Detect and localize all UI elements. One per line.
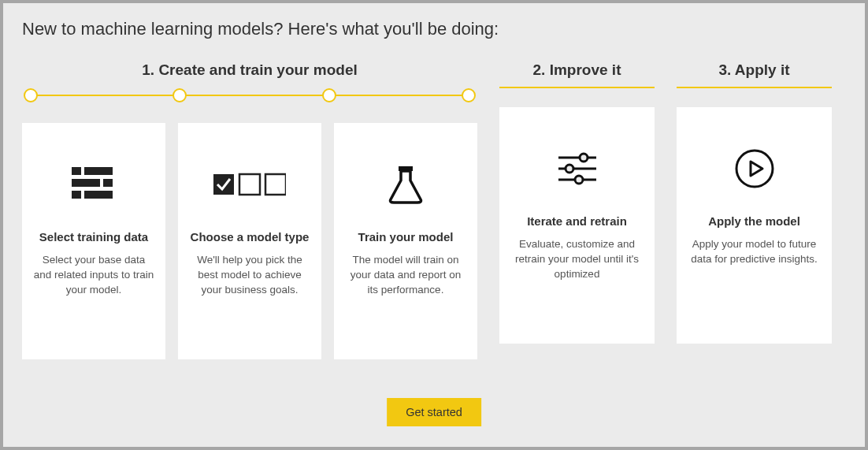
svg-rect-0 (213, 174, 234, 195)
svg-point-7 (566, 165, 573, 173)
card-1-title: Select training data (39, 230, 148, 244)
svg-point-10 (736, 151, 773, 187)
svg-point-9 (575, 176, 583, 184)
card-iterate-retrain: Iterate and retrain Evaluate, customize … (499, 107, 655, 344)
card-3-desc: The model will train on your data and re… (345, 253, 466, 298)
card-1-desc: Select your base data and related inputs… (33, 253, 154, 298)
phases-row: 1. Create and train your model (22, 61, 846, 359)
stepper-line (30, 95, 469, 96)
stepper-dot-2 (172, 88, 187, 102)
card-2-desc: We'll help you pick the best model to ac… (189, 253, 310, 298)
stepper-dot-4 (462, 88, 476, 102)
get-started-button[interactable]: Get started (387, 398, 481, 426)
data-rows-icon (72, 159, 116, 210)
card-apply-model: Apply the model Apply your model to futu… (677, 107, 832, 344)
card-5-title: Apply the model (708, 214, 800, 228)
flask-icon (388, 159, 424, 210)
ml-intro-panel: New to machine learning models? Here's w… (0, 0, 868, 450)
intro-heading: New to machine learning models? Here's w… (22, 19, 846, 39)
card-4-desc: Evaluate, customize and retrain your mod… (510, 237, 644, 282)
phase-2-underline (499, 87, 655, 88)
svg-rect-2 (265, 174, 286, 195)
phase-improve: 2. Improve it Iterate and ret (499, 61, 655, 359)
svg-rect-1 (239, 174, 260, 195)
checkbox-options-icon (213, 159, 286, 210)
phase-2-cards: Iterate and retrain Evaluate, customize … (499, 107, 655, 344)
phase-1-cards: Select training data Select your base da… (22, 123, 477, 359)
card-2-title: Choose a model type (191, 230, 310, 244)
svg-point-5 (580, 154, 588, 162)
sliders-icon (557, 143, 598, 194)
phase-3-underline (677, 87, 832, 88)
phase-1-title: 1. Create and train your model (22, 61, 477, 79)
card-select-training-data: Select training data Select your base da… (22, 123, 165, 359)
stepper-dot-1 (24, 88, 38, 102)
card-4-title: Iterate and retrain (527, 214, 627, 228)
phase-3-title: 3. Apply it (677, 61, 832, 79)
card-3-title: Train your model (358, 230, 454, 244)
card-train-model: Train your model The model will train on… (334, 123, 477, 359)
phase-apply: 3. Apply it Apply the model Apply your m… (677, 61, 832, 359)
stepper-dot-3 (322, 88, 336, 102)
play-circle-icon (734, 143, 775, 194)
phase-2-title: 2. Improve it (499, 61, 655, 79)
phase-3-cards: Apply the model Apply your model to futu… (677, 107, 832, 344)
svg-marker-11 (751, 162, 762, 176)
phase-1-stepper (22, 87, 477, 104)
card-choose-model-type: Choose a model type We'll help you pick … (178, 123, 321, 359)
card-5-desc: Apply your model to future data for pred… (688, 237, 821, 267)
phase-create-train: 1. Create and train your model (22, 61, 477, 359)
